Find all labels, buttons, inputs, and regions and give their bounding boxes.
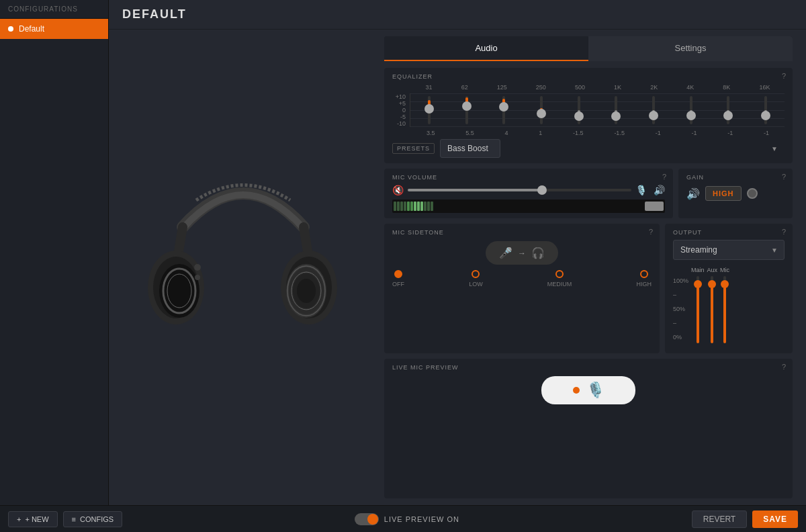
save-button[interactable]: SAVE [752, 511, 798, 528]
volume-meter [392, 200, 665, 213]
mic-volume-section: MIC VOLUME ? 🔇 🎙️ 🔊 [384, 169, 673, 218]
list-icon: ≡ [72, 515, 76, 523]
mixer-channel-mic: Mic [720, 267, 729, 343]
new-button[interactable]: + + NEW [8, 511, 58, 527]
sidebar-header-label: CONFIGURATIONS [8, 5, 78, 13]
eq-label: EQUALIZER [392, 73, 785, 80]
main-content: DEFAULT [109, 0, 806, 505]
eq-slider-1khz[interactable] [598, 96, 635, 124]
live-mic-help[interactable]: ? [782, 363, 786, 371]
output-select[interactable]: Streaming Chat Game Music [673, 240, 785, 260]
gain-value-badge[interactable]: HIGH [705, 186, 742, 201]
output-label: OUTPUT [673, 229, 785, 236]
sidebar: CONFIGURATIONS Default [0, 0, 109, 505]
eq-slider-500hz[interactable] [560, 96, 598, 124]
svg-point-2 [159, 264, 199, 318]
revert-button[interactable]: REVERT [692, 511, 747, 528]
mic-volume-help[interactable]: ? [662, 173, 666, 181]
bottom-left-controls: + + NEW ≡ CONFIGS [8, 511, 122, 527]
eq-slider-16khz[interactable] [747, 96, 785, 124]
headphone-svg [142, 146, 344, 388]
mixer-channel-main: Main [691, 267, 705, 343]
tab-audio[interactable]: Audio [384, 36, 588, 61]
sidetone-icon-row: 🎤 → 🎧 [392, 241, 652, 265]
headphone-icon: 🎧 [531, 247, 545, 259]
content-area: Audio Settings EQUALIZER ? 31 62 125 250… [109, 30, 806, 505]
sidetone-off-dot[interactable] [394, 270, 402, 278]
mic-sidetone-section: MIC SIDETONE ? 🎤 → 🎧 OFF [384, 224, 660, 353]
sidetone-high-label: HIGH [636, 281, 652, 287]
output-select-wrapper: Streaming Chat Game Music ▼ [673, 240, 785, 260]
bottom-center-controls: LIVE PREVIEW ON [355, 513, 459, 525]
sidetone-low-dot[interactable] [472, 270, 480, 278]
mic-preview-box[interactable]: 🎙️ [541, 376, 635, 404]
presets-label: PRESETS [392, 143, 435, 154]
gain-indicator-icon [747, 188, 758, 199]
output-section: OUTPUT ? Streaming Chat Game Music ▼ [665, 224, 793, 353]
eq-sliders-container [410, 93, 785, 127]
active-dot-icon [8, 26, 13, 32]
svg-point-13 [194, 264, 201, 271]
mic-volume-slider[interactable] [408, 189, 631, 191]
mic-loud-icon: 🎙️ [635, 185, 647, 195]
mic-gain-row: MIC VOLUME ? 🔇 🎙️ 🔊 [384, 169, 793, 218]
eq-slider-8khz[interactable] [710, 96, 748, 124]
eq-slider-4khz[interactable] [672, 96, 710, 124]
presets-select-arrow-icon: ▼ [771, 145, 778, 152]
sidetone-low-label: LOW [469, 281, 483, 287]
eq-slider-2khz[interactable] [635, 96, 672, 124]
sidetone-off-label: OFF [392, 281, 404, 287]
right-panel: Audio Settings EQUALIZER ? 31 62 125 250… [377, 30, 806, 505]
configs-button[interactable]: ≡ CONFIGS [63, 511, 123, 527]
eq-help[interactable]: ? [782, 72, 786, 80]
sidetone-label: MIC SIDETONE [392, 229, 652, 236]
gain-help[interactable]: ? [782, 173, 786, 181]
arrow-icon: → [518, 249, 526, 258]
main-volume-slider[interactable] [697, 276, 699, 343]
eq-sliders [410, 93, 785, 127]
microphone-icon: 🎤 [499, 247, 512, 259]
eq-slider-125hz[interactable] [485, 96, 523, 124]
bottom-sections-row: MIC SIDETONE ? 🎤 → 🎧 OFF [384, 224, 793, 353]
output-db-labels: 100% – 50% – 0% [673, 267, 688, 341]
gain-speaker-icon: 🔊 [686, 187, 700, 200]
eq-value-labels: 3.5 5.5 4 1 -1.5 -1.5 -1 -1 -1 -1 [392, 130, 785, 136]
mic-wave-icon: 🎙️ [586, 382, 604, 399]
eq-freq-labels: 31 62 125 250 500 1K 2K 4K 8K 16K [392, 84, 785, 91]
svg-point-10 [297, 279, 316, 303]
gain-label: GAIN [686, 174, 785, 181]
page-title: DEFAULT [109, 0, 806, 30]
live-mic-preview-control: 🎙️ [392, 376, 785, 404]
eq-db-labels: +10 +5 0 -5 -10 [392, 93, 410, 127]
eq-slider-31hz[interactable] [410, 96, 448, 124]
record-dot-icon [573, 387, 580, 394]
output-help[interactable]: ? [782, 228, 786, 236]
gain-section: GAIN ? 🔊 HIGH [678, 169, 793, 218]
sidetone-medium-dot[interactable] [555, 270, 564, 278]
volume-meter-highlight [645, 202, 664, 211]
mic-mute-icon: 🔇 [392, 185, 404, 195]
eq-slider-62hz[interactable] [448, 96, 486, 124]
mic-channel-slider[interactable] [723, 276, 726, 343]
output-mixer: 100% – 50% – 0% Main [673, 267, 785, 343]
tab-bar: Audio Settings [384, 36, 793, 61]
headphone-image-area [109, 30, 377, 505]
presets-row: PRESETS Bass Boost Flat Treble Boost Voi… [392, 139, 785, 158]
live-preview-toggle[interactable] [355, 513, 379, 525]
eq-slider-250hz[interactable] [523, 96, 560, 124]
aux-volume-slider[interactable] [711, 276, 713, 343]
live-mic-label: LIVE MIC PREVIEW [392, 364, 785, 371]
live-preview-label: LIVE PREVIEW ON [384, 515, 459, 523]
tab-settings[interactable]: Settings [588, 36, 793, 61]
sidebar-item-default[interactable]: Default [0, 19, 108, 39]
sidetone-high-dot[interactable] [640, 270, 648, 278]
sidebar-item-label: Default [19, 24, 44, 34]
sidetone-icon-box: 🎤 → 🎧 [486, 241, 558, 265]
mic-volume-controls: 🔇 🎙️ 🔊 [392, 185, 665, 195]
sidetone-levels: OFF LOW MEDIUM HIGH [392, 270, 652, 287]
toggle-knob [367, 514, 378, 525]
eq-chart-area: +10 +5 0 -5 -10 [392, 93, 785, 127]
gain-control: 🔊 HIGH [686, 186, 785, 201]
presets-select[interactable]: Bass Boost Flat Treble Boost Voice Custo… [440, 139, 500, 158]
sidetone-help[interactable]: ? [649, 228, 653, 236]
